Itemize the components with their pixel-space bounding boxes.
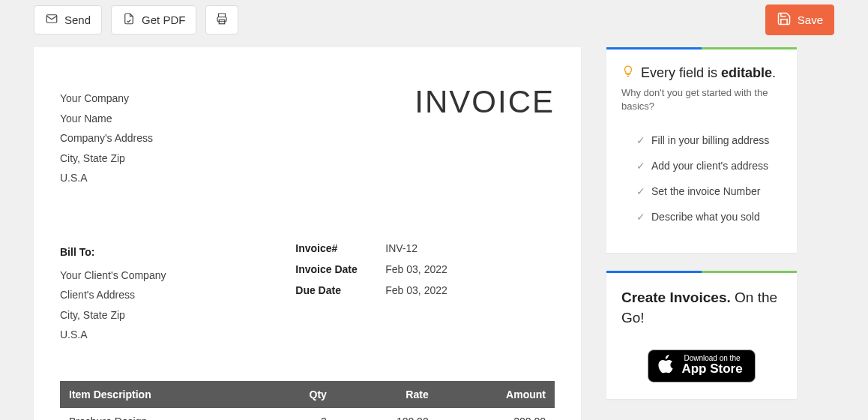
from-address[interactable]: Company's Address [60, 128, 153, 148]
send-button[interactable]: Send [34, 5, 102, 34]
tip-heading-pre: Every field is [641, 65, 721, 80]
item-rate[interactable]: 100.00 [336, 408, 438, 420]
save-icon [777, 11, 792, 28]
list-item: ✓Describe what you sold [636, 211, 782, 223]
check-icon: ✓ [636, 185, 645, 197]
apple-icon [657, 355, 674, 377]
invoice-date-label: Invoice Date [295, 263, 385, 275]
bill-to-label: Bill To: [60, 242, 295, 262]
due-date-value[interactable]: Feb 03, 2022 [385, 284, 447, 296]
lightbulb-icon [621, 64, 635, 82]
items-table: Item Description Qty Rate Amount Brochur… [60, 381, 555, 420]
invoice-meta: Invoice# INV-12 Invoice Date Feb 03, 202… [295, 242, 555, 345]
app-store-button[interactable]: Download on the App Store [648, 350, 755, 382]
mail-icon [45, 12, 58, 28]
list-item: ✓Add your client's address [636, 160, 782, 172]
item-qty[interactable]: 2 [264, 408, 336, 420]
promo-title: Create Invoices. On the Go! [621, 288, 782, 328]
tip-heading-strong: editable [721, 65, 772, 80]
appstore-big-text: App Store [681, 362, 742, 376]
bill-to-block[interactable]: Bill To: Your Client's Company Client's … [60, 242, 295, 345]
toolbar: Send Get PDF Save [0, 0, 868, 40]
invoice-number-value[interactable]: INV-12 [385, 242, 418, 254]
from-city-state-zip[interactable]: City, State Zip [60, 148, 153, 169]
svg-rect-0 [46, 15, 57, 23]
check-icon: ✓ [636, 211, 645, 223]
col-desc: Item Description [60, 381, 264, 408]
due-date-label: Due Date [295, 284, 385, 296]
print-icon [215, 12, 229, 28]
tip-heading: Every field is editable. [621, 64, 782, 82]
bill-to-country[interactable]: U.S.A [60, 325, 295, 345]
promo-panel: Create Invoices. On the Go! Download on … [606, 271, 797, 398]
tip-checklist: ✓Fill in your billing address ✓Add your … [621, 134, 782, 223]
bill-to-city-state-zip[interactable]: City, State Zip [60, 305, 295, 326]
tip-subtext: Why don't you get started with the basic… [621, 86, 782, 113]
list-item: ✓Fill in your billing address [636, 134, 782, 146]
bill-to-address[interactable]: Client's Address [60, 285, 295, 305]
table-row[interactable]: Brochure Design 2 100.00 200.00 [60, 408, 555, 420]
col-amount: Amount [438, 381, 555, 408]
from-block[interactable]: Your Company Your Name Company's Address… [60, 88, 153, 188]
check-icon: ✓ [636, 134, 645, 146]
from-company[interactable]: Your Company [60, 88, 153, 109]
get-pdf-label: Get PDF [142, 14, 185, 26]
item-desc[interactable]: Brochure Design [60, 408, 264, 420]
pdf-icon [122, 12, 136, 28]
list-item: ✓Set the invoice Number [636, 185, 782, 197]
invoice-card: Your Company Your Name Company's Address… [34, 47, 581, 420]
invoice-date-value[interactable]: Feb 03, 2022 [385, 263, 447, 275]
col-rate: Rate [336, 381, 438, 408]
from-country[interactable]: U.S.A [60, 168, 153, 188]
tip-panel: Every field is editable. Why don't you g… [606, 47, 797, 253]
save-button[interactable]: Save [765, 4, 834, 35]
col-qty: Qty [264, 381, 336, 408]
print-button[interactable] [205, 5, 238, 34]
from-name[interactable]: Your Name [60, 109, 153, 129]
promo-title-strong: Create Invoices. [621, 290, 731, 305]
invoice-title[interactable]: INVOICE [415, 84, 555, 120]
save-label: Save [798, 14, 823, 26]
bill-to-company[interactable]: Your Client's Company [60, 266, 295, 286]
invoice-number-label: Invoice# [295, 242, 385, 254]
sidebar: Every field is editable. Why don't you g… [606, 47, 797, 420]
tip-heading-post: . [772, 65, 776, 80]
check-icon: ✓ [636, 160, 645, 172]
send-label: Send [64, 14, 91, 26]
get-pdf-button[interactable]: Get PDF [111, 5, 196, 34]
item-amount[interactable]: 200.00 [438, 408, 555, 420]
